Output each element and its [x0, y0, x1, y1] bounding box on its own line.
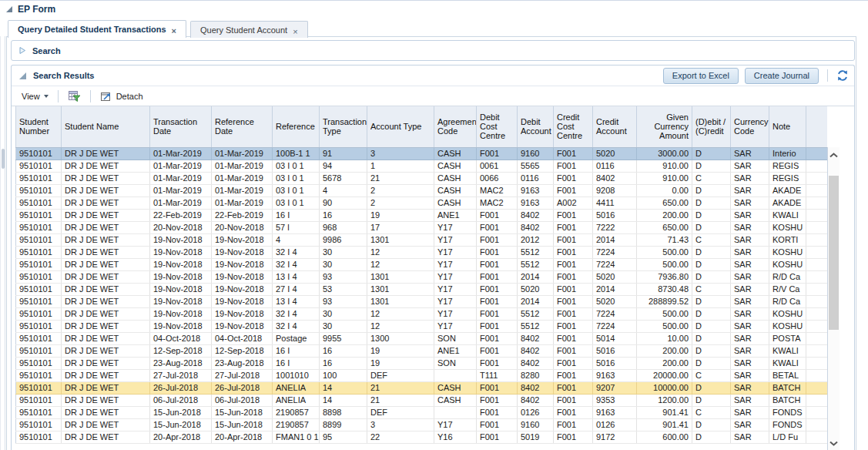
table-cell: [806, 160, 828, 172]
column-header[interactable]: Student Name: [62, 106, 150, 147]
table-cell: F001: [477, 406, 518, 418]
table-cell: 8402: [518, 381, 554, 394]
table-cell: 12: [367, 320, 434, 332]
column-header[interactable]: Credit Cost Centre: [554, 106, 593, 147]
column-header[interactable]: Currency Code: [731, 106, 769, 147]
table-cell: 21: [367, 381, 434, 394]
table-cell: KOSHU: [769, 246, 806, 258]
column-header[interactable]: Student Number: [16, 106, 62, 147]
export-to-excel-button[interactable]: Export to Excel: [663, 68, 739, 84]
refresh-icon[interactable]: [836, 69, 849, 82]
column-header[interactable]: (D)ebit / (C)redit: [692, 106, 731, 147]
table-cell: F001: [477, 221, 518, 233]
table-cell: 57 l: [273, 221, 320, 233]
table-cell: D: [692, 196, 731, 209]
table-row[interactable]: 9510101DR J DE WET15-Jun-201815-Jun-2018…: [16, 406, 828, 418]
table-row[interactable]: 9510101DR J DE WET27-Jul-201827-Jul-2018…: [16, 369, 828, 381]
table-cell: 20000.00: [637, 369, 692, 381]
table-row[interactable]: 9510101DR J DE WET19-Nov-201819-Nov-2018…: [16, 283, 828, 295]
table-row[interactable]: 9510101DR J DE WET23-Aug-201823-Aug-2018…: [16, 357, 828, 369]
column-header[interactable]: Debit Cost Centre: [477, 106, 518, 147]
table-row[interactable]: 9510101DR J DE WET19-Nov-201819-Nov-2018…: [16, 258, 828, 270]
scroll-down-icon[interactable]: [828, 437, 840, 449]
table-cell: DR J DE WET: [62, 394, 150, 406]
column-header[interactable]: Transaction Date: [150, 106, 212, 147]
query-by-example-icon[interactable]: [68, 90, 81, 102]
table-cell: 1301: [367, 295, 434, 307]
table-cell: 500.00: [637, 320, 692, 332]
table-row[interactable]: 9510101DR J DE WET01-Mar-201901-Mar-2019…: [16, 196, 828, 209]
tab-close-icon[interactable]: ×: [293, 28, 297, 35]
column-header[interactable]: Note: [769, 106, 806, 147]
scrollbar-thumb[interactable]: [829, 176, 839, 330]
table-cell: 3000.00: [637, 147, 692, 160]
table-row[interactable]: 9510101DR J DE WET26-Jul-201826-Jul-2018…: [16, 381, 828, 394]
table-row[interactable]: 9510101DR J DE WET20-Apr-201820-Apr-2018…: [16, 431, 828, 443]
table-row[interactable]: 9510101DR J DE WET19-Nov-201819-Nov-2018…: [16, 270, 828, 283]
tab-label: Query Student Account: [200, 25, 287, 35]
column-header[interactable]: Credit Account: [593, 106, 637, 147]
create-journal-button[interactable]: Create Journal: [745, 68, 819, 84]
disclosure-collapsed-icon[interactable]: [18, 46, 26, 55]
table-cell: SAR: [731, 270, 769, 283]
view-menu-button[interactable]: View: [22, 92, 49, 101]
table-row[interactable]: 9510101DR J DE WET01-Mar-201901-Mar-2019…: [16, 147, 828, 160]
column-header[interactable]: Transaction Type: [320, 106, 367, 147]
table-cell: 23-Aug-2018: [150, 357, 212, 369]
table-cell: 1: [367, 160, 434, 172]
table-cell: Y17: [434, 295, 477, 307]
column-header[interactable]: Agreement Code: [434, 106, 477, 147]
table-row[interactable]: 9510101DR J DE WET19-Nov-201819-Nov-2018…: [16, 233, 828, 246]
vertical-scrollbar[interactable]: [827, 147, 840, 450]
table-cell: 19-Nov-2018: [212, 307, 273, 320]
table-cell: D: [692, 209, 731, 221]
detach-button[interactable]: Detach: [100, 90, 143, 102]
table-cell: BETAL: [769, 369, 806, 381]
table-row[interactable]: 9510101DR J DE WET01-Mar-201901-Mar-2019…: [16, 184, 828, 196]
table-cell: 12-Sep-2018: [150, 344, 212, 357]
table-cell: [806, 431, 828, 443]
table-cell: DR J DE WET: [62, 184, 150, 196]
disclosure-expanded-icon[interactable]: [18, 72, 27, 80]
table-row[interactable]: 9510101DR J DE WET01-Mar-201901-Mar-2019…: [16, 160, 828, 172]
table-row[interactable]: 9510101DR J DE WET12-Sep-201812-Sep-2018…: [16, 344, 828, 357]
table-row[interactable]: 9510101DR J DE WET19-Nov-201819-Nov-2018…: [16, 295, 828, 307]
column-header[interactable]: [806, 106, 828, 147]
column-header[interactable]: Reference Date: [212, 106, 273, 147]
table-row[interactable]: 9510101DR J DE WET19-Nov-201819-Nov-2018…: [16, 320, 828, 332]
table-cell: 5019: [518, 431, 554, 443]
table-cell: 19-Nov-2018: [150, 233, 212, 246]
scroll-up-icon[interactable]: [828, 149, 840, 161]
table-cell: F001: [477, 320, 518, 332]
table-cell: 5014: [593, 332, 637, 344]
tab-query-detailed-student-transactions[interactable]: Query Detailed Student Transactions ×: [8, 20, 186, 38]
table-row[interactable]: 9510101DR J DE WET01-Mar-201901-Mar-2019…: [16, 172, 828, 184]
splitter-handle[interactable]: [2, 149, 5, 169]
table-cell: 10.00: [637, 332, 692, 344]
table-row[interactable]: 9510101DR J DE WET06-Jul-201806-Jul-2018…: [16, 394, 828, 406]
column-header[interactable]: Debit Account: [518, 106, 554, 147]
table-row[interactable]: 9510101DR J DE WET19-Nov-201819-Nov-2018…: [16, 246, 828, 258]
table-cell: D: [692, 246, 731, 258]
table-row[interactable]: 9510101DR J DE WET22-Feb-201922-Feb-2019…: [16, 209, 828, 221]
left-splitter[interactable]: [0, 36, 5, 450]
table-cell: 8402: [518, 394, 554, 406]
tab-close-icon[interactable]: ×: [172, 27, 176, 35]
tab-query-student-account[interactable]: Query Student Account ×: [190, 21, 308, 38]
table-row[interactable]: 9510101DR J DE WET04-Oct-201804-Oct-2018…: [16, 332, 828, 344]
table-row[interactable]: 9510101DR J DE WET19-Nov-201819-Nov-2018…: [16, 307, 828, 320]
column-header[interactable]: Given Currency Amount: [637, 106, 692, 147]
table-cell: DR J DE WET: [62, 160, 150, 172]
table-cell: F001: [554, 233, 593, 246]
table-cell: KWALI: [769, 209, 806, 221]
table-row[interactable]: 9510101DR J DE WET15-Jun-201815-Jun-2018…: [16, 418, 828, 431]
table-cell: D: [692, 431, 731, 443]
table-row[interactable]: 9510101DR J DE WET20-Nov-201820-Nov-2018…: [16, 221, 828, 233]
column-header[interactable]: Account Type: [367, 106, 434, 147]
disclosure-expanded-icon[interactable]: [5, 5, 13, 13]
table-cell: D: [692, 147, 731, 160]
column-header[interactable]: Reference: [273, 106, 320, 147]
table-cell: F001: [554, 418, 593, 431]
table-cell: F001: [554, 381, 593, 394]
table-cell: 200.00: [637, 344, 692, 357]
